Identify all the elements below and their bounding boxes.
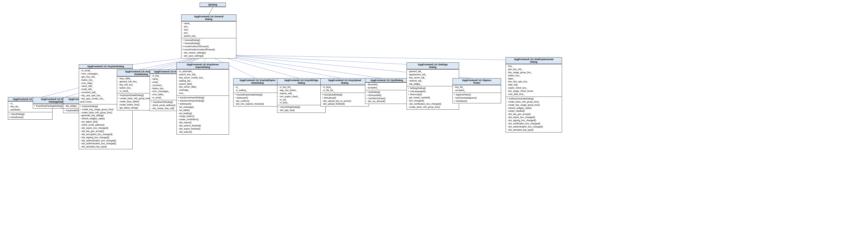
settings-dialog-attrs: - general_tab_ - appearance_tab_ - key_s… xyxy=(407,69,459,86)
keyserver-attrs: - m_automatic_ - search_line_edit_ - key… xyxy=(177,69,229,96)
about-dialog-methods: + AboutDialog() # showEvent() xyxy=(8,112,52,120)
keyuid-sign-box: GpgFrontend::UI::KeyUIDSignDialog - m_ke… xyxy=(277,78,326,113)
general-dialog-title: GpgFrontend::UI::GeneralDialog xyxy=(182,15,236,21)
keygen-methods: + KeyGenDialog() + create_key_usage_grou… xyxy=(79,104,132,149)
key-upload-box: GpgFrontend::UI::KeyUploadDialog - m_key… xyxy=(320,78,369,106)
signers-picker-attrs: - key_list_ - accepted_ xyxy=(453,85,501,93)
keyset-expire-methods: + KeySetExpireDateDialog() + SlotImport(… xyxy=(234,93,282,106)
keyuid-sign-methods: + KeyUIDSignDialog() - slot_sign_key() xyxy=(277,105,326,112)
quit-dialog-attrs: - discarded_ - accepted_ xyxy=(365,82,408,90)
key-upload-title: GpgFrontend::UI::KeyUploadDialog xyxy=(321,78,369,85)
signers-picker-methods: + SignersPicker() - GetCheckedSigners() … xyxy=(453,93,501,103)
keyuid-sign-attrs: - m_key_list_ - sign_key_button_ - expir… xyxy=(277,85,326,105)
general-dialog-methods: + GeneralDialog() + GeneralDialog() # mo… xyxy=(182,38,236,58)
settings-dialog-methods: + SettingsDialog() + ListLanguages() + S… xyxy=(407,86,459,109)
keygen-title: GpgFrontend::UI::KeyGenDialog xyxy=(79,65,132,68)
keyserver-title: GpgFrontend::UI::KeyServerImportDialog xyxy=(177,63,229,69)
quit-dialog-title: GpgFrontend::UI::QuitDialog xyxy=(365,78,408,82)
keyset-expire-attrs: - ui_ - m_subkey_ xyxy=(234,85,282,93)
keyserver-import-box: GpgFrontend::UI::KeyServerImportDialog -… xyxy=(177,62,229,135)
subkey-generate-methods: + SubKeyGenerateDialog() - create_basic_… xyxy=(506,97,562,132)
diagram-container: QDialog GpgFrontend::UI::GeneralDialog -… xyxy=(0,0,868,239)
keyserver-methods: + KeyServerImportDialog() + KeyServerImp… xyxy=(177,96,229,134)
quit-dialog-methods: + QuitDialog() + isDiscarded() + GetTabs… xyxy=(365,90,408,104)
subkey-generate-box: GpgFrontend::UI::SubKeyGenerateDialog - … xyxy=(505,57,562,133)
general-dialog-box: GpgFrontend::UI::GeneralDialog - name_ -… xyxy=(181,14,236,59)
subkey-generate-attrs: - key_ - gen_key_info_ - key_usage_group… xyxy=(506,64,562,97)
subkey-generate-title: GpgFrontend::UI::SubKeyGenerateDialog xyxy=(506,58,562,64)
general-dialog-attrs: - name_ - pos_ - size_ - pos_ - parent_s… xyxy=(182,21,236,38)
keyset-expire-title: GpgFrontend::UI::KeySetExpireDateDialog xyxy=(234,78,282,85)
keyuid-sign-title: GpgFrontend::UI::KeyUIDSignDialog xyxy=(277,78,326,85)
qdialog-box: QDialog xyxy=(199,3,226,7)
qdialog-title: QDialog xyxy=(200,3,226,7)
signers-picker-box: GpgFrontend::UI::SignersPicker - key_lis… xyxy=(453,78,501,103)
signers-picker-title: GpgFrontend::UI::SignersPicker xyxy=(453,78,501,85)
settings-dialog-title: GpgFrontend::UI::SettingsDialog xyxy=(407,63,459,69)
settings-dialog-box: GpgFrontend::UI::SettingsDialog - genera… xyxy=(407,62,459,110)
key-upload-attrs: - m_keys_ - m_file_list_ xyxy=(321,85,369,93)
keyset-expire-box: GpgFrontend::UI::KeySetExpireDateDialog … xyxy=(233,78,282,106)
key-upload-methods: + KeyUploadDialog() + SlotUpload() - slo… xyxy=(321,93,369,106)
quit-dialog-box: GpgFrontend::UI::QuitDialog - discarded_… xyxy=(365,78,408,104)
